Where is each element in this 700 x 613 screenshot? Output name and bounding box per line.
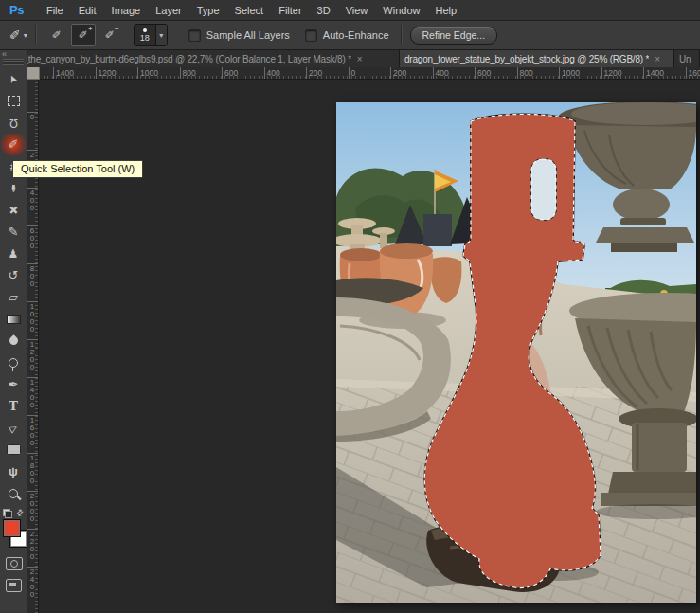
zoom-tool-icon <box>9 489 18 498</box>
tools-list: ➤Ω✐#✒✚✎♟↺▱✒T▷ψ <box>0 68 27 504</box>
separator <box>401 25 403 45</box>
menu-item-edit[interactable]: Edit <box>79 5 97 16</box>
clone-stamp-tool-icon: ♟ <box>9 247 19 261</box>
tab-label: dragon_tower_statue_by_objekt_stock.jpg … <box>404 54 649 64</box>
ruler-corner-box <box>27 67 40 80</box>
tab-close-icon[interactable]: × <box>357 54 363 64</box>
refine-edge-button[interactable]: Refine Edge... <box>410 27 498 45</box>
eyedropper-tool[interactable]: ✒ <box>0 177 27 199</box>
screen-mode-button[interactable] <box>6 579 22 592</box>
ruler-label: 800 <box>520 68 533 78</box>
tool-bar: « ➤Ω✐#✒✚✎♟↺▱✒T▷ψ ⇄ <box>0 50 27 613</box>
collapse-panel-icon[interactable]: « <box>2 50 7 59</box>
ruler-label: 600 <box>477 68 491 78</box>
menu-item-select[interactable]: Select <box>235 5 264 16</box>
auto-enhance-label: Auto-Enhance <box>323 29 389 41</box>
brush-tool-icon: ✎ <box>9 225 19 239</box>
ruler-tick <box>390 67 391 79</box>
badge: + <box>88 25 93 33</box>
options-bar: ✐ ▾ ✐✐+✐− 18 ▾ Sample All Layers Auto-En… <box>0 21 700 50</box>
quick-mask-mode-button[interactable] <box>6 557 23 570</box>
menu-item-filter[interactable]: Filter <box>278 5 301 16</box>
move-tool[interactable]: ➤ <box>0 68 27 90</box>
menu-item-type[interactable]: Type <box>197 5 220 16</box>
ruler-label: 0 <box>27 114 37 121</box>
menu-item-3d[interactable]: 3D <box>317 5 331 16</box>
menu-item-window[interactable]: Window <box>383 5 420 16</box>
document-canvas-photo[interactable] <box>336 102 696 603</box>
path-selection-tool[interactable]: ▷ <box>0 417 27 439</box>
foreground-color-swatch[interactable] <box>3 519 21 537</box>
ruler-label: 1600 <box>689 68 700 78</box>
document-tab-2[interactable]: Un <box>674 50 700 67</box>
auto-enhance-checkbox[interactable] <box>305 29 317 42</box>
ruler-label: 200 <box>309 68 322 78</box>
ruler-tick <box>264 67 265 79</box>
rectangular-marquee-tool[interactable] <box>0 90 27 112</box>
eyedropper-tool-icon: ✒ <box>7 183 20 192</box>
selection-mode-group: ✐✐+✐− <box>45 24 122 46</box>
tab-close-icon[interactable]: × <box>655 54 660 64</box>
add-to-selection-button[interactable]: ✐+ <box>71 24 96 46</box>
ruler-label: 200 <box>393 68 406 78</box>
menu-item-file[interactable]: File <box>46 5 63 16</box>
hand-tool[interactable]: ψ <box>0 460 27 482</box>
ruler-tick <box>53 67 54 79</box>
quick-selection-brush-icon: ✐ <box>9 27 21 43</box>
dodge-tool[interactable] <box>0 352 27 373</box>
subtract-from-selection-button[interactable]: ✐− <box>98 24 122 46</box>
ruler-label: 0 <box>351 68 356 78</box>
menu-item-layer[interactable]: Layer <box>155 5 182 16</box>
healing-brush-tool[interactable]: ✚ <box>0 199 27 221</box>
document-tab-0[interactable]: in_the_canyon_by_burtn-d6eglbs9.psd @ 22… <box>11 50 400 67</box>
swap-colors-icon[interactable]: ⇄ <box>14 507 26 518</box>
sample-all-layers-checkbox[interactable] <box>188 29 201 42</box>
pen-tool[interactable]: ✒ <box>0 373 27 395</box>
menu-item-image[interactable]: Image <box>112 5 141 16</box>
brush-size-picker[interactable]: 18 ▾ <box>134 24 168 46</box>
ruler-tick <box>475 67 476 79</box>
ruler-label: 1 4 0 0 <box>27 379 37 409</box>
menu-item-help[interactable]: Help <box>435 5 457 16</box>
type-tool[interactable]: T <box>0 395 27 417</box>
ruler-label: 1200 <box>99 68 117 78</box>
ruler-tick <box>222 67 223 79</box>
gradient-tool[interactable] <box>0 308 27 330</box>
ruler-label: 1400 <box>646 68 664 78</box>
tab-label: Un <box>679 54 691 64</box>
tool-preset-picker[interactable]: ✐ ▾ <box>9 27 27 43</box>
eraser-tool-icon: ▱ <box>9 290 18 304</box>
history-brush-tool[interactable]: ↺ <box>0 264 27 286</box>
clone-stamp-tool[interactable]: ♟ <box>0 243 27 264</box>
zoom-tool[interactable] <box>0 482 27 504</box>
ruler-label: 1 2 0 0 <box>27 341 37 371</box>
chevron-down-icon: ▾ <box>159 31 163 40</box>
document-tab-1[interactable]: dragon_tower_statue_by_objekt_stock.jpg … <box>400 50 674 67</box>
new-selection-button[interactable]: ✐ <box>45 24 69 46</box>
canvas-pasteboard[interactable] <box>38 79 700 613</box>
blur-tool-icon <box>8 334 20 347</box>
eraser-tool[interactable]: ▱ <box>0 286 27 308</box>
history-brush-tool-icon: ↺ <box>9 268 19 282</box>
ruler-label: 1 6 0 0 <box>27 417 37 447</box>
tooltip: Quick Selection Tool (W) <box>12 160 143 178</box>
ruler-tick <box>517 67 518 79</box>
rectangle-tool[interactable] <box>0 439 27 460</box>
ruler-tick <box>306 67 307 79</box>
menu-item-view[interactable]: View <box>346 5 368 16</box>
ruler-tick <box>601 67 602 79</box>
brush-tool[interactable]: ✎ <box>0 221 27 243</box>
quick-selection-tool[interactable]: ✐ <box>0 134 27 155</box>
default-colors-icon[interactable] <box>3 509 11 517</box>
brush-size-dropdown[interactable]: ▾ <box>155 25 167 45</box>
vertical-ruler[interactable]: 02 0 04 0 06 0 08 0 01 0 0 01 2 0 01 4 0… <box>27 79 39 613</box>
lasso-tool[interactable]: Ω <box>0 112 27 134</box>
quick-selection-tool-icon: ✐ <box>9 137 19 152</box>
ruler-label: 800 <box>183 68 196 78</box>
panel-grip[interactable] <box>3 59 24 65</box>
blur-tool[interactable] <box>0 330 27 352</box>
horizontal-ruler[interactable]: 1400120010008006004002000200400600800100… <box>27 67 700 80</box>
lasso-tool-icon: Ω <box>9 117 18 130</box>
menu-items: FileEditImageLayerTypeSelectFilter3DView… <box>46 5 457 16</box>
ruler-label: 2 2 0 0 <box>27 531 37 561</box>
